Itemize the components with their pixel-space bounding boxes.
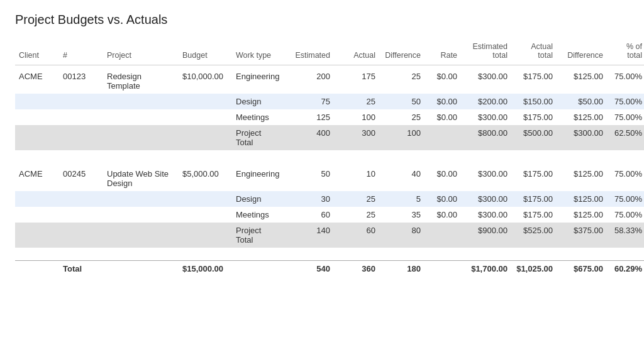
cell-worktype: Meetings [232,109,289,125]
col-estimated: Estimated [289,38,334,65]
spacer-row [15,150,644,163]
cell-budget: $10,000.00 [179,65,232,94]
cell-pt-act-total: $525.00 [511,223,557,248]
cell-estimated: 60 [289,207,334,223]
cell-rate: $0.00 [425,191,461,207]
cell-project: Redesign Template [103,65,179,94]
cell-actual: 25 [334,94,379,109]
table-row: ACME00123Redesign Template$10,000.00Engi… [15,65,644,94]
col-difference: Difference [379,38,425,65]
cell-rate: $0.00 [425,163,461,191]
cell-pt-rate [425,125,461,150]
cell-number: 00123 [59,65,103,94]
cell-difference: 40 [379,163,425,191]
cell-client [15,207,59,223]
table-row: ACME00245Update Web Site Design$5,000.00… [15,163,644,191]
cell-actual: 25 [334,191,379,207]
cell-pt-diff-total: $375.00 [557,223,607,248]
cell-actual: 10 [334,163,379,191]
cell-diff-total: $125.00 [557,65,607,94]
grand-total-row: Total$15,000.00540360180$1,700.00$1,025.… [15,261,644,277]
cell-act-total: $175.00 [511,191,557,207]
cell-number [59,94,103,109]
cell-pt-actual: 60 [334,223,379,248]
grand-total-label: Total [59,261,103,277]
cell-pt-rate [425,223,461,248]
col-rate: Rate [425,38,461,65]
cell-project [103,94,179,109]
col-est-total: Estimated total [461,38,511,65]
col-number: # [59,38,103,65]
cell-number: 00245 [59,163,103,191]
table-header-row: Client # Project Budget Work type Estima… [15,38,644,65]
cell-diff-total: $125.00 [557,191,607,207]
grand-total-estimated: 540 [289,261,334,277]
cell-act-total: $175.00 [511,207,557,223]
cell-worktype: Meetings [232,207,289,223]
project-total-row: ProjectTotal400300100$800.00$500.00$300.… [15,125,644,150]
cell-pct: 75.00% [607,65,644,94]
table-row: Meetings12510025$0.00$300.00$175.00$125.… [15,109,644,125]
table-row: Meetings602535$0.00$300.00$175.00$125.00… [15,207,644,223]
cell-pt-estimated: 400 [289,125,334,150]
cell-estimated: 75 [289,94,334,109]
cell-est-total: $300.00 [461,191,511,207]
cell-budget [179,207,232,223]
cell-client: ACME [15,65,59,94]
cell-diff-total: $125.00 [557,109,607,125]
grand-total-budget: $15,000.00 [179,261,232,277]
cell-est-total: $300.00 [461,109,511,125]
cell-pt-difference: 100 [379,125,425,150]
cell-pct: 75.00% [607,109,644,125]
cell-estimated: 200 [289,65,334,94]
cell-est-total: $300.00 [461,163,511,191]
cell-pt-pct: 62.50% [607,125,644,150]
cell-project [103,191,179,207]
cell-pt-difference: 80 [379,223,425,248]
col-actual: Actual [334,38,379,65]
spacer-row [15,248,644,261]
cell-budget [179,109,232,125]
cell-difference: 25 [379,109,425,125]
cell-actual: 100 [334,109,379,125]
cell-pt-actual: 300 [334,125,379,150]
cell-est-total: $300.00 [461,65,511,94]
cell-number [59,191,103,207]
col-diff-total: Difference [557,38,607,65]
cell-pct: 75.00% [607,94,644,109]
cell-pct: 75.00% [607,191,644,207]
project-total-label: ProjectTotal [232,223,289,248]
cell-client [15,94,59,109]
cell-diff-total: $125.00 [557,163,607,191]
cell-client [15,109,59,125]
cell-actual: 175 [334,65,379,94]
col-budget: Budget [179,38,232,65]
cell-worktype: Design [232,94,289,109]
cell-budget: $5,000.00 [179,163,232,191]
cell-project [103,109,179,125]
cell-pt-est-total: $800.00 [461,125,511,150]
cell-client: ACME [15,163,59,191]
cell-worktype: Engineering [232,65,289,94]
cell-pt-est-total: $900.00 [461,223,511,248]
table-row: Design752550$0.00$200.00$150.00$50.0075.… [15,94,644,109]
cell-estimated: 30 [289,191,334,207]
cell-worktype: Design [232,191,289,207]
cell-actual: 25 [334,207,379,223]
cell-difference: 35 [379,207,425,223]
cell-pct: 75.00% [607,207,644,223]
cell-rate: $0.00 [425,207,461,223]
cell-rate: $0.00 [425,94,461,109]
cell-pt-diff-total: $300.00 [557,125,607,150]
col-project: Project [103,38,179,65]
cell-estimated: 50 [289,163,334,191]
cell-project: Update Web Site Design [103,163,179,191]
cell-est-total: $200.00 [461,94,511,109]
cell-diff-total: $125.00 [557,207,607,223]
cell-number [59,207,103,223]
project-total-row: ProjectTotal1406080$900.00$525.00$375.00… [15,223,644,248]
grand-total-act-total: $1,025.00 [511,261,557,277]
grand-total-pct: 60.29% [607,261,644,277]
cell-act-total: $175.00 [511,65,557,94]
table-row: Design30255$0.00$300.00$175.00$125.0075.… [15,191,644,207]
